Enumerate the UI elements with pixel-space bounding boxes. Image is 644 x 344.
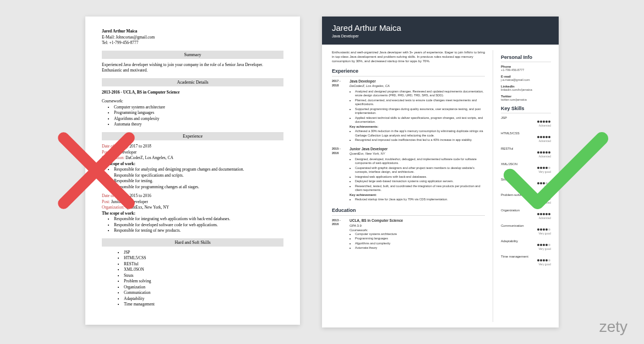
- email: E-Mail: Johncortas@gmail.com: [102, 35, 283, 41]
- x-mark-icon: [50, 124, 143, 220]
- title: Java Developer: [332, 34, 549, 38]
- name: Jared Arthur Maica: [332, 23, 549, 32]
- zety-logo: zety: [599, 318, 627, 336]
- summary: Enthusiastic and well-organized Java dev…: [332, 50, 485, 63]
- summary-text: Experienced Java developer wishing to jo…: [102, 62, 283, 74]
- coursework-label: Coursework:: [102, 99, 283, 105]
- heading-education: Education: [332, 207, 485, 216]
- section-summary: Summary: [102, 51, 283, 59]
- section-academic: Academic Details: [102, 78, 283, 86]
- section-skills: Hard and Soft Skills: [102, 238, 283, 247]
- tel: Tel: +1-799-456-8777: [102, 40, 283, 46]
- check-mark-icon: [501, 124, 611, 220]
- name: Jared Arthur Maica: [102, 29, 283, 35]
- header-bar: Jared Arthur Maica Java Developer: [322, 17, 559, 45]
- skills-list: JSPHTML5/CSSRESTfulXML/JSONStrutsProblem…: [124, 250, 283, 308]
- heading-personal: Personal Info: [501, 54, 551, 62]
- education-block: 2013 -2016 UCLA, BS in Computer Science …: [332, 219, 485, 251]
- main-column: Enthusiastic and well-organized Java dev…: [332, 50, 493, 322]
- heading-skills: Key Skills: [501, 106, 551, 113]
- heading-experience: Experience: [332, 68, 485, 77]
- edu-line: 2013-2016 - UCLA, BS in Computer Science: [102, 90, 283, 96]
